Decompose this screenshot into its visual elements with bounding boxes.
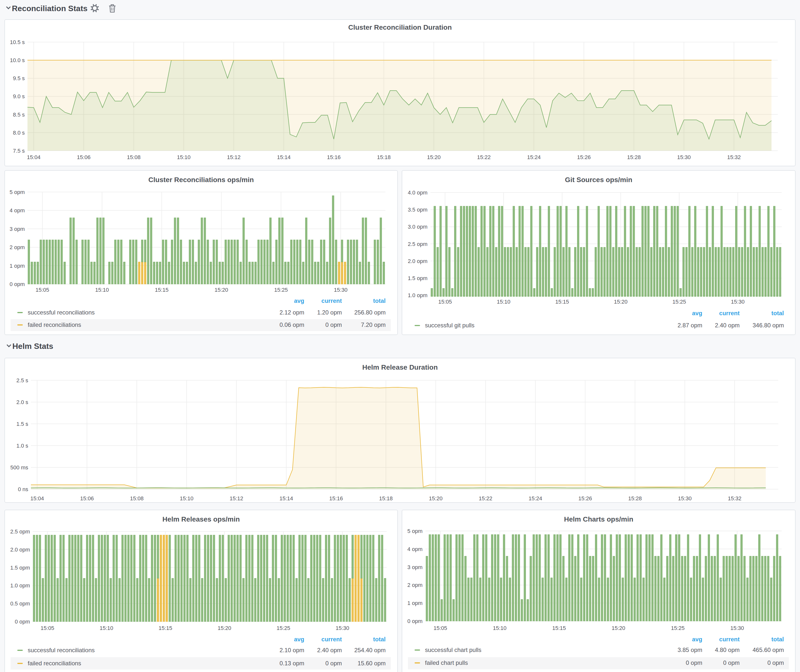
svg-text:2.12 opm: 2.12 opm [280,309,304,316]
svg-text:Helm Releases ops/min: Helm Releases ops/min [163,515,240,523]
svg-text:failed reconciliations: failed reconciliations [28,322,81,328]
svg-text:15:04: 15:04 [30,495,44,502]
svg-text:4.80 opm: 4.80 opm [715,646,740,653]
svg-text:2.40 opm: 2.40 opm [715,322,740,329]
svg-text:avg: avg [692,310,702,317]
svg-text:15:20: 15:20 [429,495,443,502]
svg-text:15:22: 15:22 [477,154,491,160]
svg-text:successful git pulls: successful git pulls [425,322,474,329]
svg-text:0 opm: 0 opm [325,660,342,667]
svg-text:15:18: 15:18 [379,495,393,502]
svg-text:successful chart pulls: successful chart pulls [425,646,482,653]
svg-text:10.5 s: 10.5 s [10,39,25,45]
svg-text:0.06 opm: 0.06 opm [280,322,304,328]
svg-text:3 opm: 3 opm [407,564,422,570]
svg-text:1.5 s: 1.5 s [16,421,28,427]
svg-text:15:32: 15:32 [727,154,741,160]
svg-text:Cluster Reconciliations ops/mi: Cluster Reconciliations ops/min [149,176,254,184]
svg-text:4 opm: 4 opm [407,546,422,552]
svg-text:15:16: 15:16 [327,154,341,160]
svg-text:15:20: 15:20 [427,154,440,160]
svg-text:3.5 opm: 3.5 opm [408,206,428,213]
svg-text:465.60 opm: 465.60 opm [752,646,784,653]
svg-text:0 opm: 0 opm [407,618,422,624]
svg-text:2.5 s: 2.5 s [16,377,28,384]
svg-text:2.0 opm: 2.0 opm [10,547,30,553]
svg-text:15:32: 15:32 [728,495,741,502]
svg-text:15:25: 15:25 [671,625,685,631]
svg-text:15:10: 15:10 [95,287,109,293]
svg-text:15:10: 15:10 [180,495,194,502]
svg-text:15:16: 15:16 [329,495,343,502]
svg-text:2 opm: 2 opm [10,244,25,250]
svg-text:15:08: 15:08 [127,154,141,160]
svg-text:15:25: 15:25 [672,299,686,305]
svg-text:15:10: 15:10 [493,625,506,631]
svg-text:avg: avg [294,298,304,304]
svg-text:1 opm: 1 opm [407,600,422,606]
svg-text:current: current [322,636,342,643]
svg-text:0.13 opm: 0.13 opm [280,660,304,667]
svg-text:15:15: 15:15 [158,625,172,631]
svg-text:15:28: 15:28 [628,495,642,502]
svg-text:failed reconciliations: failed reconciliations [28,660,81,667]
svg-text:2 opm: 2 opm [407,582,422,588]
svg-text:15:10: 15:10 [177,154,190,160]
svg-text:2.10 opm: 2.10 opm [280,647,304,653]
svg-text:500 ms: 500 ms [10,464,28,470]
svg-text:15:30: 15:30 [730,625,744,631]
svg-text:15:30: 15:30 [677,154,691,160]
svg-text:15:26: 15:26 [577,154,591,160]
svg-text:2.40 opm: 2.40 opm [317,647,342,653]
svg-text:15:10: 15:10 [497,299,510,305]
svg-text:successful reconciliations: successful reconciliations [28,647,95,653]
svg-text:15:25: 15:25 [277,625,290,631]
svg-text:Helm Release Duration: Helm Release Duration [362,363,438,371]
svg-text:254.40 opm: 254.40 opm [354,647,386,653]
svg-text:current: current [322,298,342,304]
svg-text:10.0 s: 10.0 s [10,57,25,63]
svg-text:15:15: 15:15 [155,287,168,293]
svg-text:15:18: 15:18 [377,154,390,160]
svg-text:Reconciliation Stats: Reconciliation Stats [12,4,88,13]
svg-text:3 opm: 3 opm [10,226,25,232]
svg-text:7.5 s: 7.5 s [13,148,25,154]
svg-text:15:25: 15:25 [274,287,288,293]
svg-text:15:24: 15:24 [527,154,541,160]
svg-text:8.0 s: 8.0 s [13,130,25,136]
svg-text:15:24: 15:24 [529,495,542,502]
svg-text:9.5 s: 9.5 s [13,75,25,82]
svg-text:1.0 opm: 1.0 opm [408,292,428,298]
svg-text:Helm Charts ops/min: Helm Charts ops/min [564,515,633,523]
svg-text:current: current [719,310,740,317]
svg-text:2.87 opm: 2.87 opm [678,322,702,329]
svg-text:0 ns: 0 ns [18,486,28,492]
svg-text:4 opm: 4 opm [10,207,25,214]
svg-text:15:30: 15:30 [334,287,347,293]
svg-text:15:20: 15:20 [218,625,231,631]
svg-text:5 opm: 5 opm [10,189,25,195]
svg-text:15:08: 15:08 [130,495,144,502]
svg-text:15:12: 15:12 [230,495,243,502]
svg-text:15.60 opm: 15.60 opm [358,660,386,667]
svg-text:total: total [771,310,784,317]
svg-text:15:05: 15:05 [36,287,49,293]
svg-text:2.0 s: 2.0 s [16,399,28,405]
svg-text:346.80 opm: 346.80 opm [752,322,784,329]
svg-text:15:20: 15:20 [214,287,228,293]
svg-text:15:22: 15:22 [478,495,492,502]
svg-text:15:15: 15:15 [555,299,569,305]
svg-text:15:04: 15:04 [27,154,40,160]
svg-text:2.0 opm: 2.0 opm [408,258,428,264]
svg-text:15:14: 15:14 [277,154,291,160]
svg-text:total: total [373,636,386,643]
svg-text:7.20 opm: 7.20 opm [361,322,386,328]
svg-text:0 opm: 0 opm [723,659,740,666]
svg-text:15:14: 15:14 [280,495,293,502]
svg-text:15:06: 15:06 [77,154,91,160]
svg-text:15:06: 15:06 [80,495,94,502]
svg-text:15:30: 15:30 [731,299,745,305]
svg-text:1.5 opm: 1.5 opm [408,275,428,281]
svg-text:3.85 opm: 3.85 opm [678,646,702,653]
svg-text:15:10: 15:10 [100,625,113,631]
